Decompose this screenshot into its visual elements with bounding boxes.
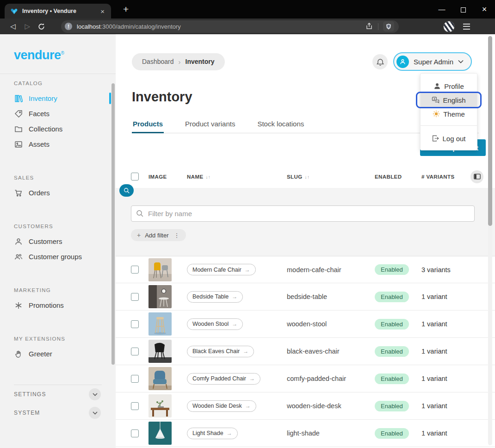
tab-products[interactable]: Products <box>132 120 164 133</box>
product-image[interactable] <box>148 312 172 336</box>
sidebar-item-greeter[interactable]: Greeter <box>0 346 116 361</box>
vendure-admin-app: vendure® CATALOG Inventory Facets <box>0 34 495 448</box>
variant-count: 1 variant <box>421 375 470 382</box>
status-badge: Enabled <box>375 373 409 384</box>
brave-shield-icon[interactable] <box>383 21 394 31</box>
sidebar-item-customer-groups[interactable]: Customer groups <box>0 249 116 264</box>
product-name-chip[interactable]: Bedside Table→ <box>187 291 243 303</box>
sidebar-section-settings[interactable]: SETTINGS <box>0 385 116 404</box>
sidebar-item-customers[interactable]: Customers <box>0 234 116 249</box>
product-image[interactable] <box>148 258 172 281</box>
column-settings-button[interactable] <box>470 170 483 183</box>
reload-icon[interactable] <box>37 23 45 31</box>
notifications-button[interactable] <box>372 54 388 69</box>
window-maximize-button[interactable] <box>452 0 474 19</box>
window-controls: — × <box>431 0 495 19</box>
product-name-chip[interactable]: Light Shade→ <box>187 428 238 439</box>
plus-icon: + <box>137 231 141 239</box>
menu-item-theme[interactable]: Theme <box>421 107 477 121</box>
arrow-right-icon: → <box>245 267 250 273</box>
sidebar-item-assets[interactable]: Assets <box>0 137 116 152</box>
row-checkbox[interactable] <box>131 266 139 274</box>
arrow-right-icon: → <box>243 348 248 355</box>
row-checkbox[interactable] <box>131 293 139 301</box>
browser-tab-title: Inventory • Vendure <box>22 8 99 14</box>
new-tab-button[interactable]: + <box>119 3 132 16</box>
kebab-menu-icon[interactable]: ⋮ <box>174 232 180 239</box>
variant-count: 1 variant <box>421 429 470 437</box>
menu-item-language[interactable]: A English <box>421 93 477 107</box>
browser-menu-icon[interactable] <box>461 22 472 31</box>
main-content: Dashboard › Inventory Super Admin <box>116 34 495 448</box>
breadcrumb-item-dashboard[interactable]: Dashboard <box>142 58 174 65</box>
product-name-chip[interactable]: Comfy Padded Chair→ <box>187 373 260 385</box>
row-checkbox[interactable] <box>131 402 139 410</box>
row-checkbox[interactable] <box>131 348 139 355</box>
product-image[interactable] <box>148 422 172 445</box>
row-checkbox[interactable] <box>131 429 139 437</box>
nav-section-catalog: CATALOG Inventory Facets Collections <box>0 81 116 152</box>
url-path: :3000/admin/catalog/inventory <box>100 23 180 30</box>
product-image[interactable] <box>148 394 172 417</box>
sidebar-item-collections[interactable]: Collections <box>0 121 116 137</box>
product-name-chip[interactable]: Wooden Stool→ <box>187 318 243 330</box>
menu-item-label: English <box>443 96 465 104</box>
column-header-name[interactable]: NAME↓↑ <box>187 174 287 180</box>
sun-icon <box>433 110 440 118</box>
tab-stock-locations[interactable]: Stock locations <box>256 120 305 133</box>
status-badge: Enabled <box>375 264 409 275</box>
page-scrollbar[interactable] <box>488 36 492 445</box>
sidebar-item-orders[interactable]: Orders <box>0 185 116 200</box>
menu-item-profile[interactable]: Profile <box>421 79 477 93</box>
product-image[interactable] <box>148 340 172 363</box>
tab-product-variants[interactable]: Product variants <box>184 120 236 133</box>
chevron-down-icon <box>458 60 464 63</box>
sidebar-item-inventory[interactable]: Inventory <box>0 91 116 106</box>
sidebar-item-promotions[interactable]: Promotions <box>0 298 116 313</box>
sidebar-item-label: Greeter <box>29 350 52 358</box>
filter-panel: + Add filter ⋮ <box>116 188 495 256</box>
sidebar-section-system[interactable]: SYSTEM <box>0 404 116 422</box>
menu-item-logout[interactable]: Log out <box>421 131 477 145</box>
tab-close-icon[interactable]: × <box>99 7 106 16</box>
variant-count: 3 variants <box>421 266 470 274</box>
breadcrumb-item-inventory[interactable]: Inventory <box>186 58 215 65</box>
row-checkbox[interactable] <box>131 320 139 328</box>
image-icon <box>14 140 23 149</box>
page-scrollbar-thumb[interactable] <box>488 36 492 226</box>
row-checkbox[interactable] <box>131 375 139 383</box>
window-minimize-button[interactable]: — <box>431 0 452 19</box>
product-name-chip[interactable]: Black Eaves Chair→ <box>187 346 254 357</box>
sidebar-scrollbar[interactable] <box>111 83 115 365</box>
back-icon[interactable]: ◁ <box>6 22 20 31</box>
select-all-checkbox[interactable] <box>131 173 139 180</box>
nav-section-sales: SALES Orders <box>0 175 116 200</box>
filter-by-name-input[interactable] <box>131 205 475 222</box>
nav-section-customers: CUSTOMERS Customers Customer groups <box>0 224 116 264</box>
site-info-icon[interactable]: ! <box>65 23 72 30</box>
product-name-chip[interactable]: Modern Cafe Chair→ <box>187 264 256 275</box>
product-image[interactable] <box>148 367 172 390</box>
nav-section-marketing: MARKETING Promotions <box>0 287 116 313</box>
add-filter-button[interactable]: + Add filter ⋮ <box>131 229 186 241</box>
avatar <box>396 56 409 68</box>
product-image[interactable] <box>148 285 172 308</box>
column-header-slug[interactable]: SLUG↓↑ <box>287 174 375 180</box>
page-header: Dashboard › Inventory Super Admin <box>132 52 472 71</box>
share-icon[interactable] <box>365 22 373 31</box>
toolbar-divider <box>378 23 378 30</box>
browser-profile-avatar[interactable] <box>443 21 455 32</box>
address-bar[interactable]: ! localhost:3000/admin/catalog/inventory <box>61 20 399 33</box>
sidebar-item-facets[interactable]: Facets <box>0 106 116 121</box>
search-toggle-button[interactable] <box>119 184 134 197</box>
product-name-chip[interactable]: Wooden Side Desk→ <box>187 400 256 412</box>
status-badge: Enabled <box>375 319 409 330</box>
window-close-button[interactable]: × <box>474 0 495 19</box>
forward-icon[interactable]: ▷ <box>20 22 35 31</box>
status-badge: Enabled <box>375 401 409 411</box>
chevron-down-icon <box>89 388 101 400</box>
sort-icon: ↓↑ <box>205 174 210 180</box>
browser-tab[interactable]: Inventory • Vendure × <box>5 4 111 19</box>
cart-icon <box>14 189 23 197</box>
user-menu-button[interactable]: Super Admin <box>393 52 472 71</box>
